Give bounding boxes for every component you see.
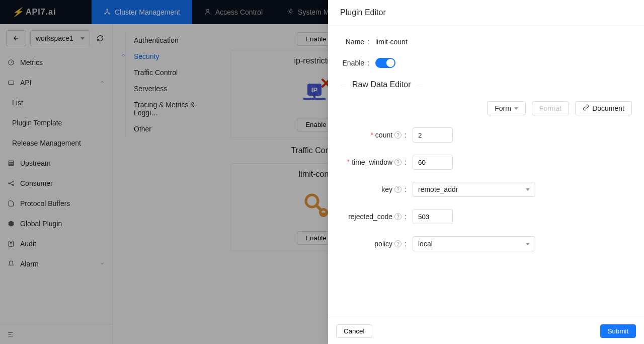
policy-select[interactable]: local [413, 236, 535, 251]
drawer-title: Plugin Editor [328, 0, 644, 26]
form-mode-select[interactable]: Form [487, 101, 526, 115]
document-button[interactable]: Document [575, 101, 632, 115]
help-icon[interactable]: ? [394, 131, 401, 139]
raw-data-editor-title: Raw Data Editor [340, 80, 632, 89]
plugin-name-value: limit-count [375, 38, 632, 46]
help-icon[interactable]: ? [394, 159, 401, 166]
chevron-down-icon [526, 243, 530, 245]
plugin-editor-drawer: Plugin Editor Name: limit-count Enable: … [328, 0, 644, 344]
time-window-input[interactable] [413, 155, 453, 170]
format-button[interactable]: Format [532, 101, 569, 115]
enable-toggle[interactable] [375, 58, 395, 68]
key-select[interactable]: remote_addr [413, 182, 535, 197]
help-icon[interactable]: ? [394, 186, 401, 193]
cancel-button[interactable]: Cancel [336, 324, 372, 338]
chevron-down-icon [526, 188, 530, 191]
submit-button[interactable]: Submit [600, 324, 636, 338]
help-icon[interactable]: ? [394, 240, 401, 247]
link-icon [583, 104, 589, 112]
help-icon[interactable]: ? [394, 213, 401, 220]
count-input[interactable] [413, 127, 453, 143]
rejected-code-input[interactable] [413, 209, 453, 224]
chevron-down-icon [514, 107, 518, 110]
